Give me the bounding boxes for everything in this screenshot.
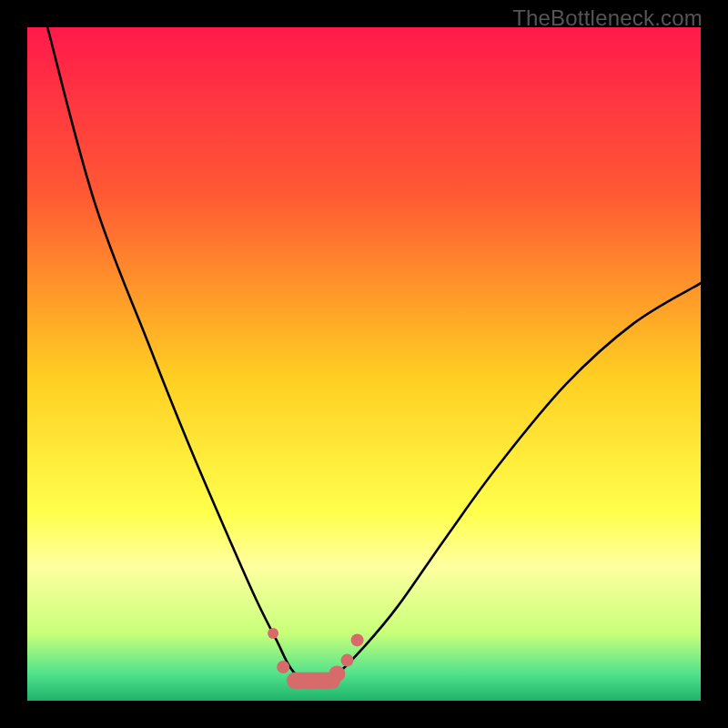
marker-dot: [277, 661, 289, 673]
plot-area: [27, 27, 701, 701]
marker-dot: [351, 633, 364, 646]
watermark-text: TheBottleneck.com: [512, 5, 703, 31]
outer-frame: TheBottleneck.com: [0, 0, 728, 728]
bottleneck-curve: [47, 27, 701, 682]
marker-dot: [341, 654, 354, 667]
chart-svg: [27, 27, 701, 701]
marker-group: [268, 628, 364, 689]
marker-dot: [268, 628, 278, 639]
marker-dot: [329, 665, 345, 682]
